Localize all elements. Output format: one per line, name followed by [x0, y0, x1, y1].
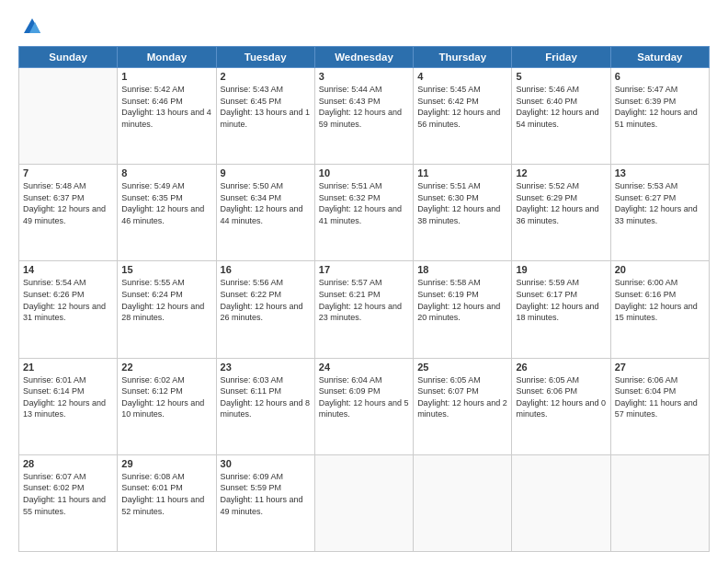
calendar-cell: 12Sunrise: 5:52 AMSunset: 6:29 PMDayligh… [512, 165, 610, 261]
weekday-header-thursday: Thursday [414, 47, 512, 68]
calendar-week-row: 28Sunrise: 6:07 AMSunset: 6:02 PMDayligh… [19, 454, 710, 551]
calendar-cell: 2Sunrise: 5:43 AMSunset: 6:45 PMDaylight… [216, 68, 314, 165]
calendar-cell: 16Sunrise: 5:56 AMSunset: 6:22 PMDayligh… [216, 261, 314, 358]
day-info: Sunrise: 5:47 AMSunset: 6:39 PMDaylight:… [615, 84, 705, 130]
day-number: 18 [417, 264, 507, 275]
weekday-header-tuesday: Tuesday [216, 47, 314, 68]
logo-icon [22, 17, 42, 37]
calendar-cell: 29Sunrise: 6:08 AMSunset: 6:01 PMDayligh… [118, 454, 216, 551]
calendar-cell: 23Sunrise: 6:03 AMSunset: 6:11 PMDayligh… [216, 358, 314, 454]
day-info: Sunrise: 5:46 AMSunset: 6:40 PMDaylight:… [516, 84, 606, 130]
calendar-week-row: 21Sunrise: 6:01 AMSunset: 6:14 PMDayligh… [19, 358, 710, 454]
calendar-cell: 27Sunrise: 6:06 AMSunset: 6:04 PMDayligh… [610, 358, 709, 454]
calendar-cell: 25Sunrise: 6:05 AMSunset: 6:07 PMDayligh… [414, 358, 512, 454]
calendar-table: SundayMondayTuesdayWednesdayThursdayFrid… [18, 46, 710, 552]
day-info: Sunrise: 6:01 AMSunset: 6:14 PMDaylight:… [23, 374, 113, 420]
calendar-cell: 7Sunrise: 5:48 AMSunset: 6:37 PMDaylight… [19, 165, 118, 261]
day-number: 15 [121, 264, 211, 275]
calendar-cell: 3Sunrise: 5:44 AMSunset: 6:43 PMDaylight… [314, 68, 413, 165]
day-number: 28 [23, 458, 113, 469]
day-number: 7 [23, 167, 113, 178]
day-number: 25 [417, 362, 507, 373]
weekday-header-wednesday: Wednesday [314, 47, 413, 68]
day-info: Sunrise: 5:48 AMSunset: 6:37 PMDaylight:… [23, 180, 113, 226]
page: SundayMondayTuesdayWednesdayThursdayFrid… [0, 0, 728, 563]
day-info: Sunrise: 6:05 AMSunset: 6:06 PMDaylight:… [516, 374, 606, 420]
weekday-header-saturday: Saturday [610, 47, 709, 68]
day-info: Sunrise: 5:51 AMSunset: 6:32 PMDaylight:… [319, 180, 409, 226]
day-number: 9 [221, 167, 311, 178]
calendar-cell: 18Sunrise: 5:58 AMSunset: 6:19 PMDayligh… [414, 261, 512, 358]
calendar-cell: 10Sunrise: 5:51 AMSunset: 6:32 PMDayligh… [314, 165, 413, 261]
day-number: 23 [221, 362, 311, 373]
day-info: Sunrise: 6:09 AMSunset: 5:59 PMDaylight:… [221, 471, 311, 517]
calendar-cell: 20Sunrise: 6:00 AMSunset: 6:16 PMDayligh… [610, 261, 709, 358]
calendar-cell: 26Sunrise: 6:05 AMSunset: 6:06 PMDayligh… [512, 358, 610, 454]
day-number: 13 [615, 167, 705, 178]
day-info: Sunrise: 5:59 AMSunset: 6:17 PMDaylight:… [516, 277, 606, 323]
calendar-cell: 17Sunrise: 5:57 AMSunset: 6:21 PMDayligh… [314, 261, 413, 358]
calendar-cell: 5Sunrise: 5:46 AMSunset: 6:40 PMDaylight… [512, 68, 610, 165]
calendar-cell: 4Sunrise: 5:45 AMSunset: 6:42 PMDaylight… [414, 68, 512, 165]
day-info: Sunrise: 5:54 AMSunset: 6:26 PMDaylight:… [23, 277, 113, 323]
day-number: 2 [221, 71, 311, 82]
day-number: 29 [121, 458, 211, 469]
calendar-cell: 11Sunrise: 5:51 AMSunset: 6:30 PMDayligh… [414, 165, 512, 261]
calendar-cell: 1Sunrise: 5:42 AMSunset: 6:46 PMDaylight… [118, 68, 216, 165]
day-info: Sunrise: 5:56 AMSunset: 6:22 PMDaylight:… [221, 277, 311, 323]
day-number: 19 [516, 264, 606, 275]
calendar-cell: 30Sunrise: 6:09 AMSunset: 5:59 PMDayligh… [216, 454, 314, 551]
day-number: 8 [121, 167, 211, 178]
calendar-cell: 13Sunrise: 5:53 AMSunset: 6:27 PMDayligh… [610, 165, 709, 261]
day-info: Sunrise: 6:00 AMSunset: 6:16 PMDaylight:… [615, 277, 705, 323]
calendar-cell [610, 454, 709, 551]
day-info: Sunrise: 5:44 AMSunset: 6:43 PMDaylight:… [319, 84, 409, 130]
day-number: 30 [221, 458, 311, 469]
day-number: 3 [319, 71, 409, 82]
day-number: 16 [221, 264, 311, 275]
weekday-header-monday: Monday [118, 47, 216, 68]
day-number: 6 [615, 71, 705, 82]
day-info: Sunrise: 6:07 AMSunset: 6:02 PMDaylight:… [23, 471, 113, 517]
calendar-week-row: 7Sunrise: 5:48 AMSunset: 6:37 PMDaylight… [19, 165, 710, 261]
day-info: Sunrise: 5:43 AMSunset: 6:45 PMDaylight:… [221, 84, 311, 130]
day-number: 17 [319, 264, 409, 275]
day-number: 1 [121, 71, 211, 82]
day-info: Sunrise: 6:05 AMSunset: 6:07 PMDaylight:… [417, 374, 507, 420]
day-number: 21 [23, 362, 113, 373]
day-info: Sunrise: 5:55 AMSunset: 6:24 PMDaylight:… [121, 277, 211, 323]
day-info: Sunrise: 6:04 AMSunset: 6:09 PMDaylight:… [319, 374, 409, 420]
day-info: Sunrise: 5:57 AMSunset: 6:21 PMDaylight:… [319, 277, 409, 323]
header [18, 17, 710, 37]
calendar-cell: 21Sunrise: 6:01 AMSunset: 6:14 PMDayligh… [19, 358, 118, 454]
day-number: 14 [23, 264, 113, 275]
calendar-cell [414, 454, 512, 551]
day-number: 10 [319, 167, 409, 178]
calendar-week-row: 14Sunrise: 5:54 AMSunset: 6:26 PMDayligh… [19, 261, 710, 358]
calendar-cell [19, 68, 118, 165]
day-info: Sunrise: 6:02 AMSunset: 6:12 PMDaylight:… [121, 374, 211, 420]
calendar-cell: 28Sunrise: 6:07 AMSunset: 6:02 PMDayligh… [19, 454, 118, 551]
day-info: Sunrise: 6:06 AMSunset: 6:04 PMDaylight:… [615, 374, 705, 420]
day-info: Sunrise: 6:08 AMSunset: 6:01 PMDaylight:… [121, 471, 211, 517]
calendar-cell: 19Sunrise: 5:59 AMSunset: 6:17 PMDayligh… [512, 261, 610, 358]
day-info: Sunrise: 5:49 AMSunset: 6:35 PMDaylight:… [121, 180, 211, 226]
day-info: Sunrise: 5:52 AMSunset: 6:29 PMDaylight:… [516, 180, 606, 226]
calendar-cell: 9Sunrise: 5:50 AMSunset: 6:34 PMDaylight… [216, 165, 314, 261]
weekday-header-friday: Friday [512, 47, 610, 68]
day-number: 24 [319, 362, 409, 373]
day-number: 22 [121, 362, 211, 373]
day-info: Sunrise: 5:51 AMSunset: 6:30 PMDaylight:… [417, 180, 507, 226]
day-info: Sunrise: 5:53 AMSunset: 6:27 PMDaylight:… [615, 180, 705, 226]
weekday-header-sunday: Sunday [19, 47, 118, 68]
calendar-cell [314, 454, 413, 551]
weekday-header-row: SundayMondayTuesdayWednesdayThursdayFrid… [19, 47, 710, 68]
logo [18, 17, 42, 37]
day-info: Sunrise: 6:03 AMSunset: 6:11 PMDaylight:… [221, 374, 311, 420]
calendar-cell [512, 454, 610, 551]
day-info: Sunrise: 5:58 AMSunset: 6:19 PMDaylight:… [417, 277, 507, 323]
day-info: Sunrise: 5:45 AMSunset: 6:42 PMDaylight:… [417, 84, 507, 130]
day-number: 27 [615, 362, 705, 373]
calendar-cell: 6Sunrise: 5:47 AMSunset: 6:39 PMDaylight… [610, 68, 709, 165]
calendar-cell: 22Sunrise: 6:02 AMSunset: 6:12 PMDayligh… [118, 358, 216, 454]
